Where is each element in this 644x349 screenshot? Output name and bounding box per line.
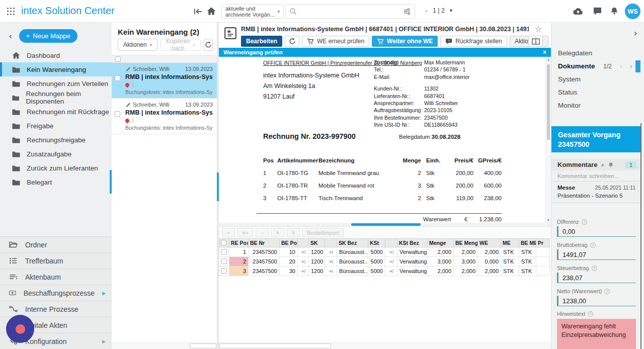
chat-icon[interactable] xyxy=(593,7,602,16)
sidebar-item-zusatzaufgabe[interactable]: Zusatzaufgabe xyxy=(0,147,112,161)
side-by-side-view-button[interactable] xyxy=(528,36,543,47)
scroll-down-icon[interactable]: ▼ xyxy=(546,218,551,222)
viewer-hscrollbar[interactable] xyxy=(219,223,551,226)
prev-result-icon[interactable]: ▲ xyxy=(424,8,429,13)
help-icon[interactable]: ? xyxy=(604,289,610,294)
lookup-icon[interactable] xyxy=(388,249,394,255)
item-checkbox[interactable] xyxy=(115,111,120,117)
collapse-panel-icon[interactable] xyxy=(193,7,203,17)
sidebar-item-rechnungen-mit-rueckfrage[interactable]: Rechnungen mit Rückfrage xyxy=(0,105,112,119)
tool-beschaffungsprozesse[interactable]: Beschaffungsprozesse ▶ xyxy=(0,285,112,301)
sidebar-item-rechnungsfreigabe[interactable]: Rechnungsfreigabe xyxy=(0,133,112,147)
next-document-icon[interactable]: › xyxy=(630,60,632,73)
search-input[interactable] xyxy=(300,8,400,15)
insert-rows-button[interactable]: ≡+ xyxy=(237,228,253,237)
sidebar-item-rechnungen-beim-disponenten[interactable]: Rechnungen beim Disponenten xyxy=(0,91,112,105)
refresh-document-button[interactable] xyxy=(285,36,299,47)
tab-monitor[interactable]: Monitor xyxy=(551,99,644,112)
help-icon[interactable]: ? xyxy=(582,219,587,225)
tab-system[interactable]: System xyxy=(551,73,644,86)
steuerbetrag-value[interactable]: 238,07 xyxy=(557,273,636,283)
comment-input[interactable] xyxy=(557,173,634,179)
recheck-we-button[interactable]: WE erneut prüfen xyxy=(302,36,369,47)
order-import-button[interactable]: Bestellimport xyxy=(302,228,344,237)
document-preview-icon[interactable] xyxy=(224,27,237,40)
sidebar-item-dashboard[interactable]: Dashboard xyxy=(0,48,112,62)
sidebar-item-belegart[interactable]: Belegart xyxy=(0,175,112,189)
netto-value[interactable]: 1238,00 xyxy=(557,296,636,306)
help-icon[interactable]: ? xyxy=(590,242,596,248)
screen-recorder-indicator[interactable] xyxy=(6,315,34,343)
actions-dropdown-button[interactable]: Aktionen ▾ xyxy=(118,39,157,51)
grid-row[interactable]: 2 23457500 20 1200 Büroausst... 5000 Ver… xyxy=(219,257,550,267)
sidebar-scrollbar-thumb[interactable] xyxy=(110,170,112,194)
tab-belegdaten[interactable]: Belegdaten xyxy=(551,47,644,60)
copy-to-dropdown-button[interactable]: Kopieren nach ▾ xyxy=(160,39,201,51)
prev-document-icon[interactable]: ‹ xyxy=(620,60,622,73)
tool-aktenbaum[interactable]: Aktenbaum xyxy=(0,269,112,285)
row-checkbox[interactable] xyxy=(221,268,227,274)
new-folder-button[interactable]: + Neue Mappe xyxy=(19,29,77,43)
differenz-value[interactable]: 0,00 xyxy=(557,226,636,237)
favorite-star-icon[interactable]: ☆ xyxy=(535,24,542,34)
hscrollbar-thumb[interactable] xyxy=(219,343,331,348)
lookup-icon[interactable] xyxy=(388,259,394,265)
lookup-icon[interactable] xyxy=(388,269,394,274)
lookup-icon[interactable] xyxy=(328,249,334,255)
grid-row[interactable]: 1 23457500 10 1200 Büroausst... 5000 Ver… xyxy=(219,247,550,257)
row-checkbox[interactable] xyxy=(221,258,227,264)
home-icon[interactable] xyxy=(207,7,216,15)
add-row-button[interactable]: + xyxy=(222,228,235,237)
lookup-icon[interactable] xyxy=(328,269,334,274)
help-icon[interactable]: ? xyxy=(592,266,597,271)
list-item[interactable]: Schreiber, Willi 13.09.2023 RMB | intex … xyxy=(112,99,217,134)
bell-icon[interactable] xyxy=(610,7,619,16)
lookup-icon[interactable] xyxy=(328,259,334,265)
app-grid-icon[interactable] xyxy=(7,8,15,16)
collapse-icon[interactable]: ∧ xyxy=(601,162,604,167)
help-icon[interactable]: ? xyxy=(588,311,593,317)
lookup-icon[interactable] xyxy=(300,269,306,274)
scope-dropdown[interactable]: aktuelle und archivierte Vorgän... ▾ xyxy=(221,4,284,19)
item-checkbox[interactable] xyxy=(115,75,120,81)
sidebar-back-icon[interactable]: ‹ xyxy=(9,32,12,40)
scroll-up-icon[interactable]: ▲ xyxy=(546,58,551,61)
select-all-checkbox[interactable] xyxy=(115,56,121,62)
grid-row[interactable]: 3 23457500 30 1200 Büroausst... 5000 Ver… xyxy=(219,267,550,276)
lookup-icon[interactable] xyxy=(300,259,306,265)
hscrollbar-thumb[interactable] xyxy=(190,343,216,348)
comments-header[interactable]: Kommentare ∧ 1 xyxy=(551,159,640,170)
move-up-button[interactable]: ∧ xyxy=(271,228,284,237)
user-avatar[interactable]: WS xyxy=(625,4,640,19)
lookup-icon[interactable] xyxy=(300,249,306,255)
tool-trefferbaum[interactable]: Trefferbaum xyxy=(0,252,112,269)
expand-panel-icon[interactable]: › xyxy=(634,29,637,37)
ask-back-button[interactable]: ? Rückfrage stellen xyxy=(440,36,507,47)
vscrollbar-thumb[interactable] xyxy=(547,64,550,140)
viewer-vscrollbar[interactable]: ▲ ▼ xyxy=(545,57,551,223)
edit-button[interactable]: Bearbeiten xyxy=(241,36,282,47)
sidebar-item-rechnungen-zum-verteilen[interactable]: Rechnungen zum Verteilen xyxy=(0,76,112,91)
list-item[interactable]: Schreiber, Willi 13.09.2023 RMB | intex … xyxy=(112,63,217,99)
cloud-upload-icon[interactable] xyxy=(573,7,584,15)
move-down-button[interactable]: ∨ xyxy=(287,228,300,237)
grid-select-all-checkbox[interactable] xyxy=(221,240,226,245)
sidebar-item-kein-wareneingang[interactable]: Kein Wareneingang xyxy=(0,62,112,76)
process-summary-box[interactable]: Gesamter Vorgang 23457500 xyxy=(551,126,640,152)
remove-row-button[interactable]: − xyxy=(256,228,269,237)
tab-dokumente[interactable]: Dokumente 1/2 ‹ › xyxy=(551,60,644,73)
continue-without-we-button[interactable]: Weiter ohne WE xyxy=(372,36,438,47)
tab-status[interactable]: Status xyxy=(551,86,644,99)
filter-sliders-icon[interactable] xyxy=(403,8,411,16)
bell-icon[interactable] xyxy=(608,162,614,168)
refresh-list-button[interactable] xyxy=(204,39,213,51)
next-result-icon[interactable]: ▼ xyxy=(449,8,453,13)
close-icon[interactable]: × xyxy=(543,49,546,56)
bruttobetrag-value[interactable]: 1491,07 xyxy=(557,249,636,260)
hscrollbar-thumb[interactable] xyxy=(351,223,421,226)
sidebar-item-freigabe[interactable]: Freigabe xyxy=(0,119,112,133)
sidebar-scrollbar-thumb[interactable] xyxy=(640,123,641,349)
tool-interne-prozesse[interactable]: Interne Prozesse xyxy=(0,301,112,317)
row-checkbox[interactable] xyxy=(221,249,227,254)
tool-ordner[interactable]: Ordner xyxy=(0,236,112,252)
